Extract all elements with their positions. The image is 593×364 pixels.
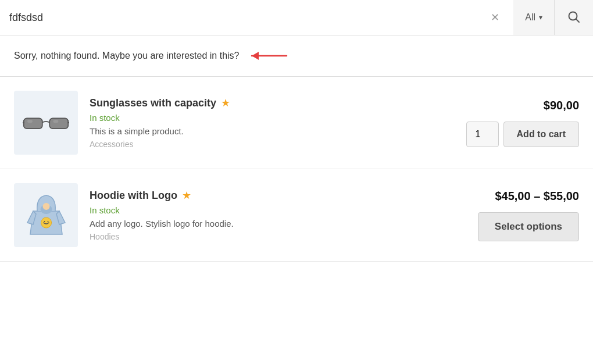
product-title-row: Hoodie with Logo ★: [90, 189, 440, 202]
filter-label: All: [525, 12, 535, 23]
product-title-row: Sunglasses with capacity ★: [90, 97, 440, 109]
star-icon: ★: [221, 97, 230, 109]
svg-point-9: [53, 120, 58, 123]
product-info-sunglasses: Sunglasses with capacity ★ In stock This…: [90, 97, 440, 149]
chevron-down-icon: ▾: [539, 13, 542, 22]
svg-rect-4: [24, 118, 42, 129]
product-info-hoodie: Hoodie with Logo ★ In stock Add any logo…: [90, 189, 440, 241]
product-image-hoodie: [14, 183, 78, 247]
product-price: $45,00 – $55,00: [495, 190, 579, 203]
product-action-sunglasses: $90,00 Add to cart: [451, 99, 579, 147]
svg-line-1: [576, 19, 580, 22]
product-image-sunglasses: [14, 91, 78, 155]
product-description: This is a simple product.: [90, 126, 440, 136]
svg-point-13: [44, 221, 45, 222]
star-icon: ★: [182, 189, 191, 202]
arrow-icon: [246, 47, 292, 65]
no-results-message: Sorry, nothing found. Maybe you are inte…: [14, 51, 239, 61]
product-price: $90,00: [544, 99, 579, 112]
table-row: Hoodie with Logo ★ In stock Add any logo…: [0, 169, 593, 262]
filter-dropdown[interactable]: All ▾: [513, 0, 554, 35]
product-action-hoodie: $45,00 – $55,00 Select options: [451, 190, 579, 241]
product-list: Sunglasses with capacity ★ In stock This…: [0, 77, 593, 262]
add-to-cart-row: Add to cart: [466, 122, 579, 147]
svg-marker-3: [252, 52, 259, 60]
svg-rect-5: [49, 118, 68, 129]
product-title: Sunglasses with capacity: [90, 97, 216, 109]
no-results-bar: Sorry, nothing found. Maybe you are inte…: [0, 35, 593, 77]
product-title: Hoodie with Logo: [90, 190, 177, 202]
product-category: Hoodies: [90, 232, 440, 241]
svg-point-14: [47, 221, 48, 222]
table-row: Sunglasses with capacity ★ In stock This…: [0, 77, 593, 169]
clear-button[interactable]: ✕: [486, 9, 504, 26]
svg-point-8: [27, 120, 33, 123]
product-description: Add any logo. Stylish logo for hoodie.: [90, 219, 440, 229]
select-options-button[interactable]: Select options: [478, 212, 579, 241]
search-bar: ✕ All ▾: [0, 0, 593, 35]
stock-status: In stock: [90, 205, 440, 215]
arrow-indicator: [246, 47, 292, 65]
search-input[interactable]: [9, 3, 486, 32]
svg-point-12: [41, 217, 51, 228]
stock-status: In stock: [90, 113, 440, 123]
quantity-input[interactable]: [466, 122, 499, 147]
add-to-cart-button[interactable]: Add to cart: [503, 122, 579, 147]
svg-point-11: [42, 203, 49, 210]
sunglasses-illustration: [23, 111, 69, 134]
close-icon: ✕: [491, 11, 499, 24]
search-input-wrapper: ✕: [0, 3, 513, 32]
search-button[interactable]: [554, 0, 593, 35]
hoodie-illustration: [24, 191, 68, 240]
product-category: Accessories: [90, 140, 440, 149]
search-icon: [567, 10, 580, 25]
